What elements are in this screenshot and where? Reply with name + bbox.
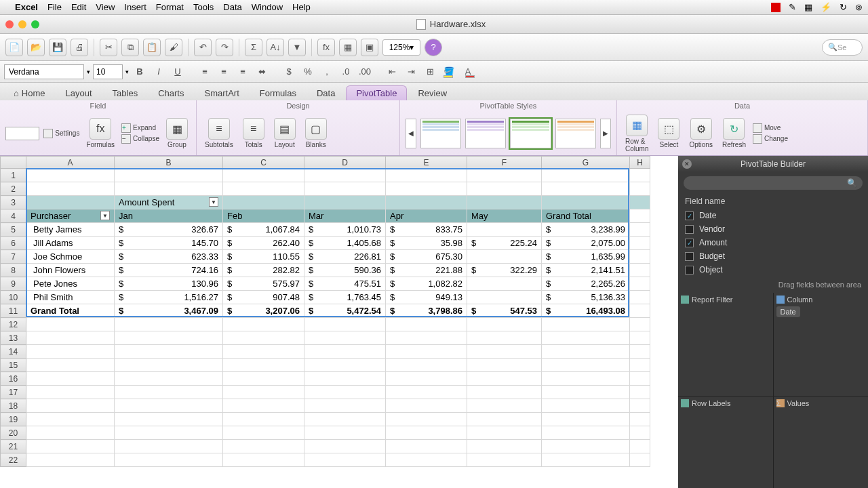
row-header-9[interactable]: 9 (1, 277, 26, 291)
menu-tools[interactable]: Tools (193, 2, 214, 12)
merge-button[interactable]: ⬌ (254, 64, 270, 79)
menu-view[interactable]: View (96, 2, 115, 12)
menu-file[interactable]: File (47, 2, 62, 12)
row-header-3[interactable]: 3 (1, 196, 26, 209)
tab-home[interactable]: ⌂Home (4, 86, 55, 100)
row-header-14[interactable]: 14 (1, 345, 26, 359)
toolbox-button[interactable]: ▦ (339, 39, 357, 56)
open-button[interactable]: 📂 (27, 39, 45, 56)
row-header-11[interactable]: 11 (1, 304, 26, 318)
col-header-G[interactable]: G (542, 157, 630, 169)
fx-button[interactable]: fx (317, 39, 335, 56)
col-header-E[interactable]: E (386, 157, 467, 169)
zoom-selector[interactable]: 125% ▾ (382, 39, 420, 56)
layout-button[interactable]: ▤Layout (271, 117, 298, 150)
new-workbook-button[interactable]: 📄 (5, 39, 23, 56)
recording-icon[interactable] (771, 3, 781, 12)
window-minimize-button[interactable] (18, 20, 26, 28)
paste-button[interactable]: 📋 (143, 39, 161, 56)
window-zoom-button[interactable] (31, 20, 39, 28)
row-header-6[interactable]: 6 (1, 237, 26, 250)
align-left-button[interactable]: ≡ (197, 64, 213, 79)
style-prev-button[interactable]: ◀ (406, 119, 416, 148)
field-checkbox-amount[interactable] (685, 239, 694, 247)
row-header-10[interactable]: 10 (1, 291, 26, 304)
field-name-box[interactable] (5, 127, 39, 140)
menu-edit[interactable]: Edit (71, 2, 86, 12)
tab-data[interactable]: Data (307, 86, 344, 100)
menu-format[interactable]: Format (156, 2, 184, 12)
column-labels-area[interactable]: Column Date (774, 293, 869, 396)
totals-button[interactable]: ≡Totals (240, 117, 267, 150)
mission-control-icon[interactable]: ▦ (804, 2, 812, 12)
help-button[interactable]: ? (425, 39, 442, 56)
decrease-decimal-button[interactable]: .00 (357, 64, 373, 79)
increase-decimal-button[interactable]: .0 (338, 64, 354, 79)
col-header-D[interactable]: D (304, 157, 386, 169)
menu-help[interactable]: Help (292, 2, 311, 12)
bold-button[interactable]: B (132, 64, 148, 79)
row-header-1[interactable]: 1 (1, 169, 26, 182)
collapse-button[interactable]: −Collapse (121, 134, 159, 144)
menu-data[interactable]: Data (223, 2, 241, 12)
autosum-button[interactable]: Σ (245, 39, 262, 56)
tab-review[interactable]: Review (408, 86, 456, 100)
col-header-F[interactable]: F (467, 157, 542, 169)
row-header-16[interactable]: 16 (1, 372, 26, 386)
font-selector[interactable]: Verdana (4, 64, 84, 79)
font-color-button[interactable]: A (460, 64, 476, 79)
builder-close-button[interactable]: ✕ (682, 159, 692, 169)
row-column-button[interactable]: ▦Row & Column (623, 113, 651, 154)
row-header-21[interactable]: 21 (1, 440, 26, 453)
field-checkbox-date[interactable] (685, 211, 694, 220)
row-header-22[interactable]: 22 (1, 453, 26, 467)
increase-indent-button[interactable]: ⇥ (403, 64, 419, 79)
column-filter-dropdown[interactable]: ▼ (209, 197, 218, 207)
row-header-7[interactable]: 7 (1, 250, 26, 264)
align-right-button[interactable]: ≡ (235, 64, 251, 79)
tab-layout[interactable]: Layout (56, 86, 102, 100)
decrease-indent-button[interactable]: ⇤ (384, 64, 400, 79)
row-header-15[interactable]: 15 (1, 359, 26, 372)
values-area[interactable]: ΣValues (774, 396, 869, 489)
group-button[interactable]: ▦Group (163, 117, 191, 150)
underline-button[interactable]: U (170, 64, 186, 79)
copy-button[interactable]: ⧉ (121, 39, 139, 56)
save-button[interactable]: 💾 (49, 39, 66, 56)
style-thumb-1[interactable] (420, 119, 461, 148)
currency-button[interactable]: $ (281, 64, 297, 79)
select-button[interactable]: ⬚Select (655, 117, 682, 150)
media-button[interactable]: ▣ (361, 39, 378, 56)
menu-window[interactable]: Window (252, 2, 283, 12)
settings-button[interactable]: Settings (43, 129, 79, 138)
row-header-18[interactable]: 18 (1, 399, 26, 413)
row-header-20[interactable]: 20 (1, 426, 26, 440)
field-date[interactable]: Date (678, 209, 868, 222)
change-source-button[interactable]: Change (753, 134, 788, 144)
row-header-2[interactable]: 2 (1, 182, 26, 196)
sort-button[interactable]: A↓ (267, 39, 284, 56)
col-header-A[interactable]: A (26, 157, 115, 169)
spreadsheet-grid[interactable]: ABCDEFGH123Amount Spent ▼4Purchaser ▼Jan… (0, 156, 678, 488)
column-chip-date[interactable]: Date (776, 306, 800, 317)
report-filter-area[interactable]: Report Filter (678, 293, 773, 396)
style-thumb-2[interactable] (465, 119, 506, 148)
tab-formulas[interactable]: Formulas (250, 86, 306, 100)
fill-color-button[interactable]: 🪣 (441, 64, 457, 79)
style-thumb-4[interactable] (555, 119, 596, 148)
font-size-selector[interactable]: 10 (93, 64, 123, 79)
tab-tables[interactable]: Tables (103, 86, 148, 100)
redo-button[interactable]: ↷ (216, 39, 233, 56)
battery-icon[interactable]: ⚡ (821, 2, 831, 12)
field-checkbox-budget[interactable] (685, 252, 694, 261)
tab-charts[interactable]: Charts (149, 86, 193, 100)
style-next-button[interactable]: ▶ (600, 119, 611, 148)
field-amount[interactable]: Amount (678, 236, 868, 249)
field-vendor[interactable]: Vendor (678, 222, 868, 236)
row-header-8[interactable]: 8 (1, 264, 26, 277)
blanks-button[interactable]: ▢Blanks (302, 117, 330, 150)
cut-button[interactable]: ✂ (100, 39, 117, 56)
row-header-4[interactable]: 4 (1, 209, 26, 223)
tab-pivottable[interactable]: PivotTable (346, 85, 407, 100)
row-labels-area[interactable]: Row Labels (678, 396, 773, 489)
